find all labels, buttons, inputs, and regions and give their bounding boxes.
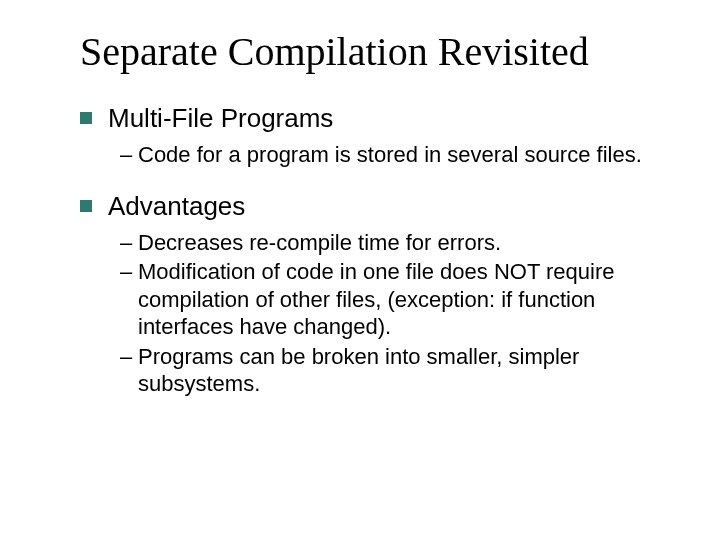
- list-item: Programs can be broken into smaller, sim…: [120, 343, 660, 398]
- list-item: Modification of code in one file does NO…: [120, 258, 660, 341]
- section-heading: Multi-File Programs: [108, 102, 333, 135]
- section-heading-row: Advantages: [80, 190, 660, 223]
- square-bullet-icon: [80, 112, 92, 124]
- section-advantages: Advantages Decreases re-compile time for…: [80, 190, 660, 398]
- section-multi-file: Multi-File Programs Code for a program i…: [80, 102, 660, 168]
- slide: Separate Compilation Revisited Multi-Fil…: [0, 0, 720, 540]
- slide-title: Separate Compilation Revisited: [80, 30, 660, 74]
- section-heading: Advantages: [108, 190, 245, 223]
- sub-list: Code for a program is stored in several …: [80, 141, 660, 169]
- sub-list: Decreases re-compile time for errors. Mo…: [80, 229, 660, 398]
- section-heading-row: Multi-File Programs: [80, 102, 660, 135]
- square-bullet-icon: [80, 200, 92, 212]
- list-item: Decreases re-compile time for errors.: [120, 229, 660, 257]
- list-item: Code for a program is stored in several …: [120, 141, 660, 169]
